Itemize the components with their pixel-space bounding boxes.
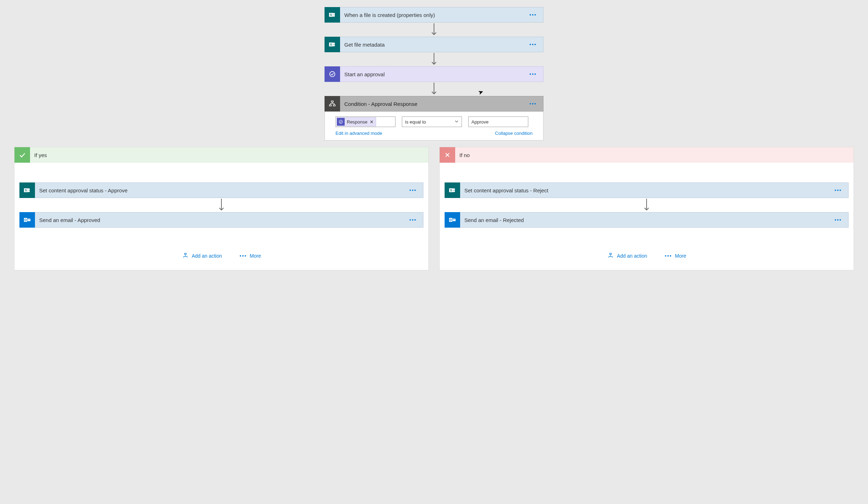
action-card-set-status-reject[interactable]: S Set content approval status - Reject •… [445,182,849,198]
svg-rect-12 [331,101,333,102]
card-title: When a file is created (properties only) [340,12,523,18]
outlook-icon: O [445,212,460,228]
ellipsis-icon[interactable]: ••• [523,101,543,107]
condition-operator-select[interactable]: is equal to [402,116,462,127]
flow-diagram: S When a file is created (properties onl… [14,7,854,270]
condition-icon [325,96,340,112]
sharepoint-icon: S [325,7,340,23]
trigger-card[interactable]: S When a file is created (properties onl… [325,7,543,23]
svg-point-19 [339,120,342,123]
sharepoint-icon: S [445,182,460,198]
svg-rect-28 [184,253,186,254]
add-action-label: Add an action [617,253,647,259]
branch-no: If no S Set content approval status - Re… [439,147,854,270]
svg-text:O: O [450,218,452,222]
approval-icon [325,66,340,82]
add-action-button[interactable]: Add an action [182,252,222,259]
check-icon [14,147,30,163]
flow-arrow [430,52,438,66]
outlook-icon: O [19,212,35,228]
svg-rect-43 [610,253,611,254]
svg-rect-17 [329,105,332,106]
condition-row: Response ✕ is equal to Approve [335,116,533,127]
svg-point-22 [28,188,30,191]
more-button[interactable]: ••• More [665,253,686,259]
branch-header: If yes [14,147,428,163]
branches: If yes S Set content approval status - A… [14,147,854,270]
svg-point-8 [333,44,335,47]
card-title: Send an email - Approved [35,217,403,223]
ellipsis-icon[interactable]: ••• [403,217,423,223]
add-action-button[interactable]: Add an action [607,252,647,259]
operator-value: is equal to [405,119,426,125]
flow-arrow [643,198,650,212]
response-token[interactable]: Response ✕ [337,117,376,126]
action-card-start-approval[interactable]: Start an approval ••• [325,66,543,82]
close-icon [440,147,455,163]
ellipsis-icon[interactable]: ••• [828,187,848,193]
flow-arrow [218,198,225,212]
action-card-send-email-approved[interactable]: O Send an email - Approved ••• [19,212,423,228]
remove-token-icon[interactable]: ✕ [370,119,374,125]
card-title: Send an email - Rejected [460,217,828,223]
branch-header: If no [440,147,854,163]
svg-text:S: S [330,13,332,17]
approval-icon [337,118,345,126]
svg-point-7 [333,43,335,45]
more-label: More [675,253,686,259]
action-card-send-email-rejected[interactable]: O Send an email - Rejected ••• [445,212,849,228]
condition-body: Response ✕ is equal to Approve Edit in a… [325,112,543,140]
sharepoint-icon: S [19,182,35,198]
ellipsis-icon[interactable]: ••• [523,12,543,18]
ellipsis-icon[interactable]: ••• [523,71,543,77]
branch-body: S Set content approval status - Reject •… [440,163,854,270]
sharepoint-icon: S [325,37,340,52]
edit-advanced-link[interactable]: Edit in advanced mode [335,131,382,136]
condition-card[interactable]: Condition - Approval Response ••• [325,96,543,112]
card-title: Set content approval status - Approve [35,187,403,193]
svg-text:S: S [25,189,27,192]
ellipsis-icon[interactable]: ••• [403,187,423,193]
card-title: Start an approval [340,71,523,77]
card-title: Get file metadata [340,42,523,48]
ellipsis-icon[interactable]: ••• [828,217,848,223]
chevron-down-icon [454,119,459,125]
svg-point-38 [453,190,455,192]
ellipsis-icon: ••• [240,253,247,259]
add-action-label: Add an action [192,253,222,259]
card-title: Condition - Approval Response [340,101,523,107]
svg-point-10 [330,72,335,77]
condition-left-input[interactable]: Response ✕ [335,116,396,127]
action-card-get-metadata[interactable]: S Get file metadata ••• [325,37,543,52]
branch-actions: Add an action ••• More [182,252,261,259]
more-label: More [250,253,261,259]
branch-yes: If yes S Set content approval status - A… [14,147,429,270]
svg-text:S: S [450,189,452,192]
ellipsis-icon: ••• [665,253,672,259]
action-card-set-status-approve[interactable]: S Set content approval status - Approve … [19,182,423,198]
collapse-condition-link[interactable]: Collapse condition [495,131,533,136]
condition-value-input[interactable]: Approve [468,116,528,127]
card-title: Set content approval status - Reject [460,187,828,193]
condition-value: Approve [471,119,488,125]
svg-point-37 [453,188,455,191]
branch-actions: Add an action ••• More [607,252,686,259]
svg-text:O: O [24,218,27,222]
svg-point-23 [28,190,30,192]
svg-text:S: S [330,43,332,46]
flow-arrow [430,23,438,37]
ellipsis-icon[interactable]: ••• [523,42,543,47]
svg-point-2 [333,13,335,15]
token-label: Response [347,119,368,125]
svg-rect-18 [333,105,335,106]
branch-body: S Set content approval status - Approve … [14,163,428,270]
branch-label: If no [455,152,470,158]
svg-point-3 [333,15,335,17]
flow-arrow [430,82,438,96]
branch-label: If yes [30,152,47,158]
condition-links: Edit in advanced mode Collapse condition [335,131,533,136]
more-button[interactable]: ••• More [240,253,261,259]
